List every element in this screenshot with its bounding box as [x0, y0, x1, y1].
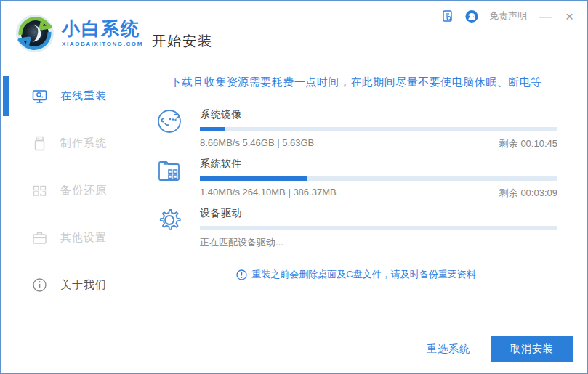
backup-note: 重装之前会删除桌面及C盘文件，请及时备份重要资料 [155, 268, 557, 281]
brand-domain: XIAOBAIXITONG.COM [62, 41, 143, 47]
task-system-image: 系统镜像 8.66MB/s 5.46GB | 5.63GB 剩余 00:10:4… [155, 108, 557, 150]
progress-bar [200, 176, 557, 181]
footer-actions: 重选系统 取消安装 [427, 336, 573, 362]
brand-text: 小白系统 XIAOBAIXITONG.COM [62, 20, 143, 47]
info-circle-icon [32, 277, 47, 293]
customer-service-icon[interactable] [465, 9, 478, 23]
monitor-icon [32, 89, 47, 104]
sidebar: 在线重装 制作系统 备份还原 [1, 65, 149, 374]
sidebar-item-label: 其他设置 [60, 231, 107, 245]
task-device-drivers: 设备驱动 正在匹配设备驱动... [155, 207, 557, 249]
minimize-button[interactable]: — [538, 10, 553, 23]
task-label: 设备驱动 [200, 207, 557, 220]
app-logo: 小白系统 XIAOBAIXITONG.COM [15, 13, 143, 54]
partition-grid-icon [32, 183, 47, 198]
briefcase-icon [32, 230, 47, 245]
disclaimer-link[interactable]: 免责声明 [489, 9, 527, 23]
brand-logo-icon [15, 13, 55, 54]
header: 小白系统 XIAOBAIXITONG.COM 开始安装 [1, 1, 587, 65]
sidebar-item-label: 在线重装 [60, 89, 107, 103]
titlebar-controls: 免责声明 — × [441, 7, 575, 25]
sidebar-item-about-us[interactable]: 关于我们 [1, 261, 149, 309]
usb-drive-icon [32, 136, 47, 151]
time-remaining: 剩余 00:10:45 [499, 137, 557, 150]
sidebar-item-other-settings[interactable]: 其他设置 [1, 214, 149, 261]
app-window: 小白系统 XIAOBAIXITONG.COM 开始安装 [0, 0, 588, 374]
task-label: 系统软件 [200, 158, 557, 171]
cancel-install-button[interactable]: 取消安装 [491, 336, 573, 362]
gear-icon [155, 206, 184, 235]
page-title: 开始安装 [152, 32, 213, 51]
download-speed-size: 8.66MB/s 5.46GB | 5.63GB [200, 137, 314, 150]
progress-fill [200, 127, 225, 131]
log-document-icon[interactable] [441, 9, 454, 23]
exclamation-circle-icon [236, 269, 247, 280]
folder-apps-icon [155, 156, 184, 185]
sidebar-item-label: 制作系统 [60, 137, 107, 150]
driver-matching-status: 正在匹配设备驱动... [200, 236, 283, 249]
sidebar-item-online-reinstall[interactable]: 在线重装 [1, 73, 149, 120]
reselect-system-button[interactable]: 重选系统 [427, 343, 470, 356]
brand-name: 小白系统 [62, 20, 143, 38]
sidebar-item-make-system[interactable]: 制作系统 [1, 120, 149, 167]
progress-bar [200, 127, 557, 131]
sidebar-item-backup-restore[interactable]: 备份还原 [1, 167, 149, 214]
time-remaining: 剩余 00:03:09 [499, 187, 557, 200]
sidebar-item-label: 备份还原 [60, 184, 107, 198]
install-progress-panel: 下载且收集资源需要耗费一点时间，在此期间尽量不要使电脑休眠、断电等 系统镜像 [149, 65, 587, 374]
progress-fill [200, 176, 307, 181]
download-speed-size: 1.40MB/s 264.10MB | 386.37MB [200, 187, 337, 200]
face-chat-icon [155, 107, 184, 136]
backup-note-text: 重装之前会删除桌面及C盘文件，请及时备份重要资料 [251, 268, 475, 281]
task-label: 系统镜像 [200, 108, 557, 121]
task-system-software: 系统软件 1.40MB/s 264.10MB | 386.37MB 剩余 00:… [155, 158, 557, 200]
sidebar-item-label: 关于我们 [60, 278, 107, 292]
close-button[interactable]: × [564, 9, 575, 23]
body: 在线重装 制作系统 备份还原 [1, 65, 587, 374]
progress-bar [200, 226, 557, 230]
download-warning-text: 下载且收集资源需要耗费一点时间，在此期间尽量不要使电脑休眠、断电等 [155, 76, 557, 89]
active-accent-bar [3, 76, 9, 116]
